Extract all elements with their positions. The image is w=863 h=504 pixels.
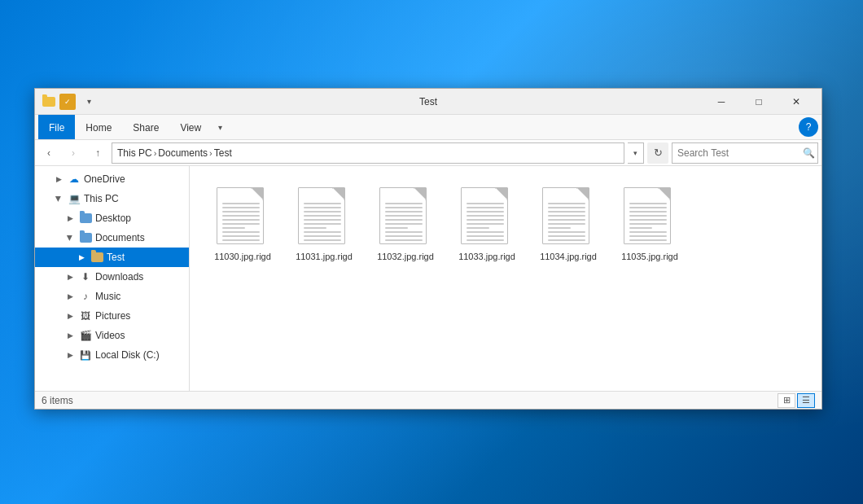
large-icons-view-button[interactable]: ⊞ [778, 393, 795, 408]
ribbon-collapse-icon[interactable]: ▾ [212, 119, 228, 135]
address-dropdown-button[interactable]: ▾ [628, 142, 644, 164]
file-item[interactable]: 11034.jpg.rigd [532, 182, 605, 267]
sidebar-label-localdisk: Local Disk (C:) [95, 349, 160, 361]
doc-line [467, 227, 489, 229]
videos-icon: 🎬 [79, 329, 92, 342]
doc-line [385, 211, 423, 213]
address-bar: ‹ › ↑ This PC › Documents › Test ▾ ↻ 🔍 [35, 140, 821, 166]
qat-undo-button[interactable] [59, 94, 76, 110]
file-item[interactable]: 11033.jpg.rigd [450, 182, 523, 267]
expand-arrow-thispc: ▶ [53, 193, 64, 204]
sidebar-item-downloads[interactable]: ▶ ⬇ Downloads [35, 267, 189, 287]
address-path[interactable]: This PC › Documents › Test [112, 142, 624, 164]
doc-line [385, 203, 423, 204]
sidebar-item-localdisk[interactable]: ▶ 💾 Local Disk (C:) [35, 345, 189, 365]
title-bar: ▾ Test ─ □ ✕ [35, 89, 821, 115]
doc-line [304, 211, 341, 213]
search-input[interactable] [677, 147, 799, 159]
doc-line [385, 219, 423, 221]
file-label: 11035.jpg.rigd [621, 251, 678, 262]
doc-line [629, 219, 667, 221]
forward-button[interactable]: › [63, 142, 84, 164]
minimize-button[interactable]: ─ [703, 89, 740, 115]
sidebar-label-thispc: This PC [84, 193, 119, 204]
doc-line [467, 207, 504, 208]
sidebar-item-test[interactable]: ▶ Test [35, 248, 189, 267]
tab-home[interactable]: Home [75, 115, 122, 139]
up-button[interactable]: ↑ [87, 142, 108, 164]
doc-line [304, 227, 326, 229]
doc-line [467, 239, 504, 241]
doc-line [548, 203, 585, 204]
doc-line [385, 231, 423, 233]
title-bar-left: ▾ [42, 94, 97, 110]
tab-file[interactable]: File [38, 115, 75, 139]
doc-line [467, 203, 504, 204]
doc-line [385, 227, 408, 229]
tab-share[interactable]: Share [122, 115, 169, 139]
sidebar-label-pictures: Pictures [95, 310, 130, 322]
doc-lines [222, 203, 260, 241]
sidebar-label-documents: Documents [95, 232, 145, 243]
doc-line [385, 239, 423, 241]
sidebar-item-documents[interactable]: ▶ Documents [35, 228, 189, 248]
file-label: 11033.jpg.rigd [458, 251, 515, 262]
qat-expand-button[interactable]: ▾ [81, 94, 97, 110]
doc-line [385, 207, 423, 208]
sidebar-item-desktop[interactable]: ▶ Desktop [35, 208, 189, 228]
file-item[interactable]: 11030.jpg.rigd [206, 182, 279, 267]
downloads-icon: ⬇ [79, 270, 92, 283]
sidebar-item-pictures[interactable]: ▶ 🖼 Pictures [35, 306, 189, 326]
doc-line [548, 223, 585, 225]
expand-arrow-onedrive: ▶ [53, 173, 64, 185]
doc-line [222, 231, 260, 233]
doc-line [629, 207, 667, 208]
sidebar-label-desktop: Desktop [95, 213, 131, 224]
doc-line [629, 215, 667, 217]
path-part-documents: Documents [158, 147, 208, 159]
documents-folder-icon [79, 231, 92, 244]
back-button[interactable]: ‹ [38, 142, 59, 164]
doc-line [304, 231, 341, 233]
doc-line [467, 219, 504, 221]
doc-line [629, 203, 667, 204]
expand-arrow-test: ▶ [76, 252, 87, 263]
details-view-button[interactable]: ☰ [797, 393, 815, 408]
sidebar-label-test: Test [107, 252, 125, 263]
file-item[interactable]: 11031.jpg.rigd [287, 182, 361, 267]
file-item[interactable]: 11032.jpg.rigd [369, 182, 442, 267]
doc-line [222, 215, 260, 217]
sidebar-item-thispc[interactable]: ▶ 💻 This PC [35, 189, 189, 208]
help-button[interactable]: ? [799, 117, 818, 137]
sidebar-item-music[interactable]: ▶ ♪ Music [35, 287, 189, 306]
doc-line [548, 219, 585, 221]
sidebar-item-videos[interactable]: ▶ 🎬 Videos [35, 326, 189, 345]
file-icon-large [298, 187, 350, 248]
tab-view[interactable]: View [169, 115, 212, 139]
doc-line [222, 203, 260, 204]
sidebar-item-onedrive[interactable]: ▶ ☁ OneDrive [35, 169, 189, 189]
window-controls: ─ □ ✕ [703, 89, 815, 115]
main-area: ▶ ☁ OneDrive ▶ 💻 This PC ▶ Desktop ▶ Doc… [35, 166, 821, 391]
doc-line [304, 235, 341, 237]
expand-arrow-localdisk: ▶ [64, 349, 76, 361]
doc-icon [217, 187, 264, 244]
doc-line [629, 231, 667, 233]
refresh-button[interactable]: ↻ [647, 142, 668, 164]
doc-line [629, 227, 652, 229]
item-count: 6 items [42, 395, 73, 406]
sidebar-label-onedrive: OneDrive [84, 173, 125, 185]
maximize-button[interactable]: □ [740, 89, 778, 115]
file-icon-large [217, 187, 269, 248]
file-icon-large [461, 187, 513, 248]
file-item[interactable]: 11035.jpg.rigd [613, 182, 686, 267]
status-bar: 6 items ⊞ ☰ [35, 391, 821, 409]
doc-lines [304, 203, 341, 241]
doc-line [467, 211, 504, 213]
expand-arrow-desktop: ▶ [64, 213, 76, 224]
file-icon-large [542, 187, 594, 248]
test-folder-icon [90, 251, 103, 264]
doc-line [629, 211, 667, 213]
close-button[interactable]: ✕ [778, 89, 815, 115]
search-icon[interactable]: 🔍 [803, 147, 815, 159]
